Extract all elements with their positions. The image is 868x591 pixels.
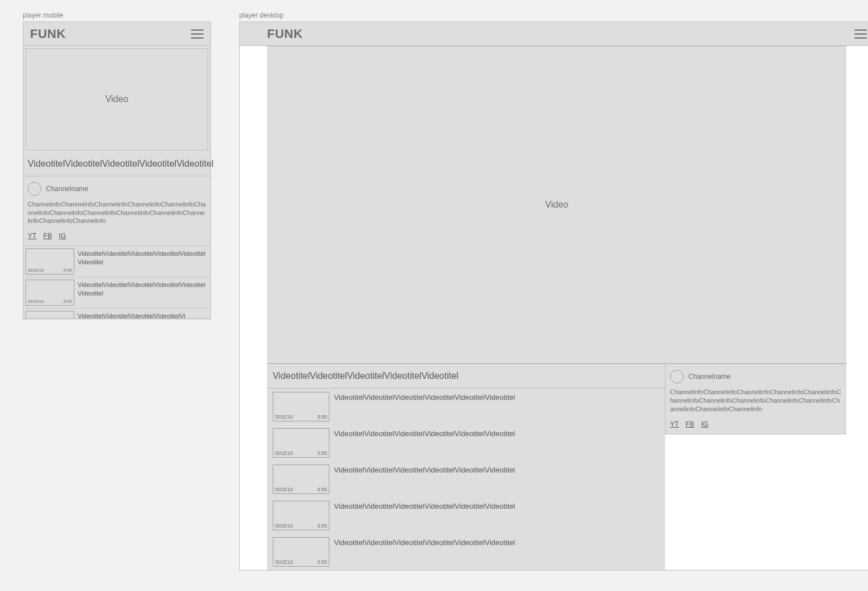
video-title: VideotitelVideotitelVideotitelVideotitel… [23, 153, 210, 176]
social-link-yt[interactable]: YT [28, 232, 36, 240]
list-item[interactable]: S01E10 3:55 VideotitelVideotitelVideotit… [267, 497, 665, 534]
list-item-title: VideotitelVideotitelVideotitelVideotitel… [334, 392, 515, 421]
left-gutter [240, 46, 267, 570]
video-thumbnail[interactable]: S01E10 3:55 [273, 501, 329, 530]
episode-label: S01E10 [275, 414, 293, 420]
episode-label: S01E10 [275, 523, 293, 529]
logo[interactable]: FUNK [267, 27, 303, 41]
avatar[interactable] [28, 182, 41, 196]
list-item-title: VideotitelVideotitelVideotitelVideotitel… [78, 311, 208, 316]
channel-name[interactable]: Channelname [688, 373, 731, 381]
social-link-ig[interactable]: IG [701, 420, 709, 428]
video-thumbnail[interactable]: S01E10 3:55 [273, 465, 329, 494]
avatar[interactable] [670, 370, 684, 383]
mobile-topbar: FUNK [23, 22, 210, 46]
list-item[interactable]: S01E10 3:55 VideotitelVideotitelVideotit… [267, 389, 665, 425]
channel-name[interactable]: Channelname [46, 185, 88, 193]
duration-label: 3:55 [317, 414, 327, 420]
playlist[interactable]: S01E10 3:55 VideotitelVideotitelVideotit… [23, 246, 210, 319]
duration-label: 3:55 [317, 487, 327, 492]
list-item-title: VideotitelVideotitelVideotitelVideotitel… [334, 465, 515, 494]
video-player[interactable]: Video [267, 46, 846, 364]
duration-label: 3:55 [63, 268, 72, 273]
video-player[interactable]: Video [26, 48, 208, 150]
list-item-title: VideotitelVideotitelVideotitelVideotitel… [78, 248, 208, 275]
episode-label: S01E10 [275, 450, 293, 456]
channel-block: Channelname ChannelinfoChannelinfoChanne… [666, 364, 846, 434]
channel-block: Channelname ChannelinfoChannelinfoChanne… [23, 176, 210, 247]
video-thumbnail[interactable]: S01E10 3:55 [273, 392, 329, 421]
list-item[interactable]: S01E10 3:55 VideotitelVideotitelVideotit… [267, 425, 665, 461]
desktop-topbar: FUNK [240, 22, 868, 46]
social-link-fb[interactable]: FB [43, 232, 52, 240]
video-thumbnail[interactable]: S01E10 3:55 [26, 280, 74, 306]
social-link-ig[interactable]: IG [59, 232, 66, 240]
social-link-fb[interactable]: FB [685, 420, 694, 428]
video-thumbnail[interactable]: S01E10 3:55 [273, 428, 329, 458]
frame-label-mobile: player mobile [23, 11, 211, 19]
social-link-yt[interactable]: YT [670, 420, 679, 428]
desktop-frame: FUNK Video VideotitelVideotitelVideotite… [239, 22, 868, 571]
episode-label: S01E10 [275, 559, 293, 565]
list-item[interactable]: S01E10 3:55 VideotitelVideotitelVideotit… [267, 534, 665, 570]
list-item-title: VideotitelVideotitelVideotitelVideotitel… [334, 501, 515, 530]
duration-label: 3:55 [317, 559, 327, 565]
list-item[interactable]: VideotitelVideotitelVideotitelVideotitel… [23, 309, 210, 319]
list-item[interactable]: S01E10 3:55 VideotitelVideotitelVideotit… [267, 461, 665, 497]
channel-info-text: ChannelinfoChannelinfoChannelinfoChannel… [28, 200, 206, 226]
sidebar-empty-space [665, 434, 846, 570]
video-thumbnail[interactable] [26, 311, 74, 319]
list-item-title: VideotitelVideotitelVideotitelVideotitel… [78, 280, 208, 306]
video-title: VideotitelVideotitelVideotitelVideotitel… [267, 364, 665, 389]
list-item[interactable]: S01E10 3:55 VideotitelVideotitelVideotit… [23, 246, 210, 277]
menu-icon[interactable] [854, 29, 867, 39]
video-thumbnail[interactable]: S01E10 3:55 [273, 537, 329, 567]
video-thumbnail[interactable]: S01E10 3:55 [26, 248, 74, 275]
logo[interactable]: FUNK [30, 27, 66, 41]
mobile-frame: FUNK Video VideotitelVideotitelVideotite… [23, 22, 211, 319]
channel-info-text: ChannelinfoChannelinfoChannelinfoChannel… [670, 388, 842, 413]
episode-label: S01E10 [28, 299, 44, 304]
menu-icon[interactable] [191, 29, 204, 39]
list-item[interactable]: S01E10 3:55 VideotitelVideotitelVideotit… [23, 277, 210, 309]
right-gutter [846, 46, 868, 570]
list-item-title: VideotitelVideotitelVideotitelVideotitel… [334, 428, 515, 458]
duration-label: 3:55 [317, 450, 327, 456]
duration-label: 3:55 [63, 299, 72, 304]
duration-label: 3:55 [317, 523, 327, 529]
episode-label: S01E10 [28, 268, 44, 273]
frame-label-desktop: player desktop [239, 11, 868, 19]
playlist[interactable]: S01E10 3:55 VideotitelVideotitelVideotit… [267, 389, 665, 570]
list-item-title: VideotitelVideotitelVideotitelVideotitel… [334, 537, 515, 567]
episode-label: S01E10 [275, 487, 293, 492]
